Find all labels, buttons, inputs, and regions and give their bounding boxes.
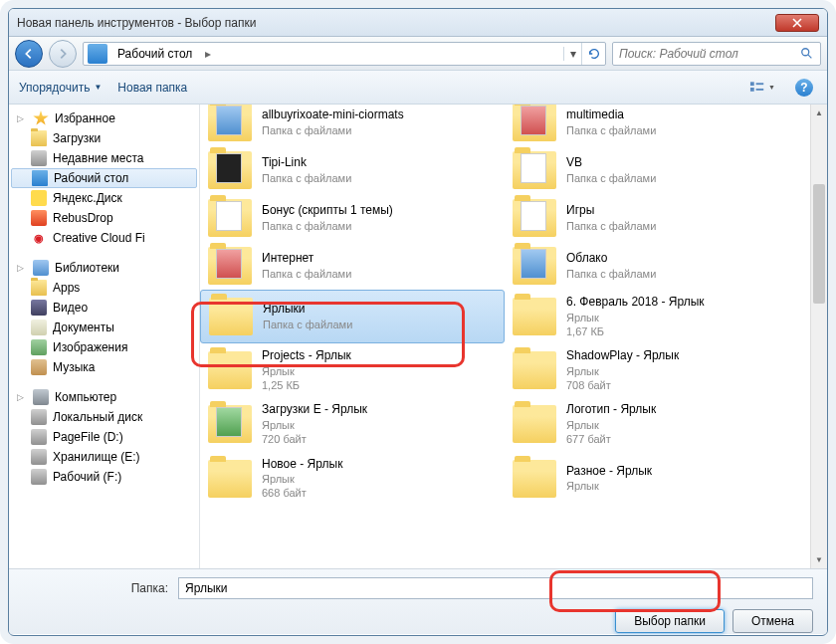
scroll-up-button[interactable]: ▲ xyxy=(811,105,827,121)
nav-forward-button[interactable] xyxy=(49,40,77,68)
disk-icon xyxy=(31,449,47,465)
sidebar-item[interactable]: Загрузки xyxy=(9,128,199,148)
file-type: Ярлык xyxy=(262,364,351,378)
file-name: ShadowPlay - Ярлык xyxy=(566,348,679,364)
file-item[interactable]: Облако Папка с файлами xyxy=(505,242,809,290)
folder-icon xyxy=(513,351,556,389)
chevron-down-icon: ▼ xyxy=(94,83,102,92)
file-type: Папка с файлами xyxy=(566,267,656,281)
expand-icon: ▷ xyxy=(17,392,27,402)
folder-icon xyxy=(208,405,252,443)
sidebar-item[interactable]: ◉Creative Cloud Fi xyxy=(9,228,199,248)
file-item[interactable]: Интернет Папка с файлами xyxy=(200,242,505,290)
file-name: Игры xyxy=(566,203,656,219)
file-item[interactable]: multimedia Папка с файлами xyxy=(505,105,809,146)
yandex-icon xyxy=(31,190,47,206)
close-icon xyxy=(792,18,802,28)
help-button[interactable]: ? xyxy=(791,77,817,99)
sidebar-item-label: Хранилище (E:) xyxy=(53,450,139,464)
file-item[interactable]: Новое - Ярлык Ярлык 668 байт xyxy=(200,452,505,506)
file-name: Tipi-Link xyxy=(262,155,351,171)
file-item[interactable]: Ярлыки Папка с файлами xyxy=(200,290,505,343)
file-type: Ярлык xyxy=(566,479,652,493)
new-folder-button[interactable]: Новая папка xyxy=(117,81,187,95)
file-item[interactable]: Projects - Ярлык Ярлык 1,25 КБ xyxy=(200,343,505,397)
sidebar-item[interactable]: Недавние места xyxy=(9,148,199,168)
file-item[interactable]: Разное - Ярлык Ярлык xyxy=(505,452,809,506)
scroll-thumb[interactable] xyxy=(813,184,825,304)
search-input[interactable] xyxy=(619,47,800,61)
file-type: Папка с файлами xyxy=(566,123,656,137)
file-type: Папка с файлами xyxy=(262,267,351,281)
file-item[interactable]: Бонус (скрипты 1 темы) Папка с файлами xyxy=(200,194,505,242)
refresh-button[interactable] xyxy=(581,43,605,65)
breadcrumb-segment[interactable]: Рабочий стол xyxy=(111,47,199,61)
sidebar-item[interactable]: Apps xyxy=(9,278,199,298)
file-size: 677 байт xyxy=(566,432,656,446)
sidebar-item[interactable]: Видео xyxy=(9,298,199,318)
folder-icon xyxy=(513,298,556,335)
sidebar-header[interactable]: ▷Библиотеки xyxy=(9,258,199,278)
sidebar-item-label: Apps xyxy=(53,281,80,295)
sidebar-item-label: PageFile (D:) xyxy=(53,430,123,444)
sidebar-header-label: Компьютер xyxy=(55,390,116,404)
file-name: Бонус (скрипты 1 темы) xyxy=(262,203,393,219)
search-box[interactable] xyxy=(612,42,821,66)
file-name: Логотип - Ярлык xyxy=(566,402,656,418)
sidebar-item[interactable]: RebusDrop xyxy=(9,208,199,228)
chevron-right-icon[interactable]: ▸ xyxy=(199,47,217,61)
file-item[interactable]: Логотип - Ярлык Ярлык 677 байт xyxy=(505,397,809,451)
sidebar-header[interactable]: ▷Компьютер xyxy=(9,387,199,407)
sidebar-item[interactable]: Яндекс.Диск xyxy=(9,188,199,208)
breadcrumb-dropdown[interactable]: ▾ xyxy=(563,47,581,61)
breadcrumb[interactable]: Рабочий стол ▸ ▾ xyxy=(83,42,606,66)
sidebar-item-label: Документы xyxy=(53,321,114,334)
sidebar-item-label: Creative Cloud Fi xyxy=(53,231,145,245)
file-name: VB xyxy=(566,155,656,171)
video-icon xyxy=(31,300,47,316)
sidebar-item-label: Яндекс.Диск xyxy=(53,191,122,205)
folder-label: Папка: xyxy=(23,581,168,595)
sidebar-item-label: Недавние места xyxy=(53,151,143,165)
folder-input[interactable] xyxy=(178,577,813,599)
close-button[interactable] xyxy=(775,14,819,32)
file-item[interactable]: ShadowPlay - Ярлык Ярлык 708 байт xyxy=(505,343,809,397)
file-item[interactable]: VB Папка с файлами xyxy=(505,146,809,194)
file-item[interactable]: 6. Февраль 2018 - Ярлык Ярлык 1,67 КБ xyxy=(505,290,809,343)
sidebar-item[interactable]: Документы xyxy=(9,318,199,337)
desktop-icon xyxy=(88,44,107,64)
scrollbar[interactable]: ▲ ▼ xyxy=(810,105,827,568)
scroll-down-button[interactable]: ▼ xyxy=(811,551,827,568)
doc-icon xyxy=(31,320,47,335)
navbar: Рабочий стол ▸ ▾ xyxy=(9,37,827,71)
dialog-window: Новая панель инструментов - Выбор папки … xyxy=(8,8,828,636)
sidebar-item[interactable]: Изображения xyxy=(9,337,199,357)
nav-back-button[interactable] xyxy=(15,40,43,68)
sidebar-item[interactable]: Рабочий стол xyxy=(11,168,197,188)
view-menu[interactable]: ▼ xyxy=(749,77,775,99)
sidebar-item[interactable]: Хранилище (E:) xyxy=(9,447,199,467)
folder-icon xyxy=(513,151,556,189)
select-folder-button[interactable]: Выбор папки xyxy=(615,609,725,633)
sidebar-item-label: Рабочий стол xyxy=(54,171,128,185)
music-icon xyxy=(31,359,47,375)
cancel-button[interactable]: Отмена xyxy=(732,609,813,633)
file-size: 1,67 КБ xyxy=(566,324,705,338)
sidebar-item[interactable]: PageFile (D:) xyxy=(9,427,199,447)
organize-menu[interactable]: Упорядочить ▼ xyxy=(19,81,102,95)
file-item[interactable]: Tipi-Link Папка с файлами xyxy=(200,146,505,194)
file-item[interactable]: Игры Папка с файлами xyxy=(505,194,809,242)
folder-icon xyxy=(208,199,252,237)
file-item[interactable]: allbuyrixoate-mini-ciormats Папка с файл… xyxy=(200,105,505,146)
sidebar-item[interactable]: Музыка xyxy=(9,357,199,377)
sidebar-item[interactable]: Рабочий (F:) xyxy=(9,467,199,487)
file-type: Папка с файлами xyxy=(566,219,656,233)
desktop-icon xyxy=(32,170,48,186)
folder-icon xyxy=(208,460,252,498)
sidebar-header[interactable]: ▷Избранное xyxy=(9,108,199,128)
expand-icon: ▷ xyxy=(17,263,27,273)
sidebar-item[interactable]: Локальный диск xyxy=(9,407,199,427)
file-item[interactable]: Загрузки Е - Ярлык Ярлык 720 байт xyxy=(200,397,505,451)
search-icon xyxy=(800,47,814,61)
disk-icon xyxy=(31,429,47,445)
